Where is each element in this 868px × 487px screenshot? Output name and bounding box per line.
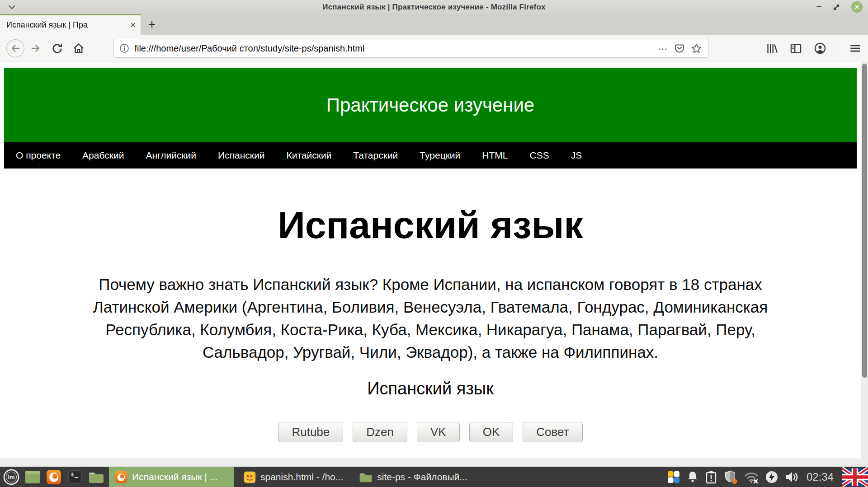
forward-button[interactable] xyxy=(28,39,44,57)
forward-icon xyxy=(30,42,42,54)
ok-button[interactable]: OK xyxy=(469,422,514,442)
nav-item-js[interactable]: JS xyxy=(571,150,582,161)
keyboard-layout-flag[interactable] xyxy=(842,467,868,487)
power-manager-icon[interactable] xyxy=(765,470,778,484)
tab-close-icon[interactable]: ✕ xyxy=(130,21,136,29)
terminal-icon: $ xyxy=(68,470,82,484)
svg-text:lm: lm xyxy=(8,474,14,481)
close-button[interactable]: ✕ xyxy=(851,1,863,13)
mint-menu-button[interactable]: lm xyxy=(3,468,20,486)
system-tray: 02:34 xyxy=(667,467,868,487)
tab-title: Испанский язык | Пра xyxy=(6,20,128,30)
page-viewport: Практическое изучение О проекте Арабский… xyxy=(0,62,868,467)
dzen-button[interactable]: Dzen xyxy=(353,422,407,442)
sovet-button[interactable]: Совет xyxy=(523,422,582,442)
paragraph-line: Сальвадор, Уругвай, Чили, Эквадор), а та… xyxy=(4,341,857,364)
toolbar-right-icons xyxy=(765,42,862,55)
taskbar-window-firefox[interactable]: Испанский язык | ... xyxy=(109,467,234,487)
reload-icon xyxy=(51,42,63,55)
firefox-launcher[interactable] xyxy=(45,468,62,486)
firefox-icon xyxy=(115,471,127,483)
tab-spanish[interactable]: Испанский язык | Пра ✕ xyxy=(0,14,141,35)
navigation-toolbar: file:///home/user/Рабочий стол/study/sit… xyxy=(0,35,868,62)
taskbar: lm $ Испанский язык | ... spanish.html -… xyxy=(0,467,868,487)
new-tab-button[interactable]: + xyxy=(141,14,163,35)
rutube-button[interactable]: Rutube xyxy=(278,422,343,442)
text-editor-icon xyxy=(244,471,256,483)
taskbar-clock[interactable]: 02:34 xyxy=(807,471,834,483)
nav-item-turkish[interactable]: Турецкий xyxy=(420,150,460,161)
page-actions-icon[interactable]: … xyxy=(658,41,669,56)
page-subheading: Испанский язык xyxy=(4,379,857,398)
wifi-offline-icon[interactable] xyxy=(744,470,759,484)
nav-item-tatar[interactable]: Татарский xyxy=(353,150,398,161)
toolbar-separator xyxy=(838,42,838,55)
clipboard-alert-icon[interactable] xyxy=(705,470,717,484)
back-icon xyxy=(9,42,21,54)
home-icon xyxy=(72,42,85,55)
url-text[interactable]: file:///home/user/Рабочий стол/study/sit… xyxy=(134,43,653,54)
svg-text:$: $ xyxy=(71,473,74,478)
page-banner: Практическое изучение xyxy=(4,68,857,142)
notifications-bell-icon[interactable] xyxy=(686,470,699,484)
mint-menu-icon: lm xyxy=(3,468,20,486)
paragraph-line: Почему важно знать Испанский язык? Кроме… xyxy=(4,273,857,296)
intro-paragraph: Почему важно знать Испанский язык? Кроме… xyxy=(4,273,857,364)
page-footer-strip xyxy=(0,459,861,467)
taskbar-window-label: Испанский язык | ... xyxy=(132,472,217,482)
minimize-button[interactable]: – xyxy=(816,6,821,9)
paragraph-line: Республика, Колумбия, Коста-Рика, Куба, … xyxy=(4,318,857,341)
info-icon[interactable] xyxy=(119,43,129,53)
web-page: Практическое изучение О проекте Арабский… xyxy=(0,62,861,467)
scrollbar-thumb[interactable] xyxy=(862,64,867,378)
taskbar-window-label: site-ps - Файловый... xyxy=(377,472,467,482)
taskbar-window-editor[interactable]: spanish.html - /ho... xyxy=(238,467,349,487)
window-titlebar: Испанский язык | Практическое изучение -… xyxy=(0,0,868,14)
firewall-shield-icon[interactable] xyxy=(723,470,738,484)
pocket-icon[interactable] xyxy=(674,42,685,54)
nav-item-chinese[interactable]: Китайский xyxy=(286,150,331,161)
page-title: Испанский язык xyxy=(4,204,857,246)
terminal-launcher[interactable]: $ xyxy=(66,468,84,486)
files-launcher[interactable] xyxy=(88,468,105,486)
files-folder-icon xyxy=(88,470,104,484)
show-desktop-button[interactable] xyxy=(24,468,41,486)
library-icon[interactable] xyxy=(765,42,778,55)
menu-hamburger-icon[interactable] xyxy=(849,42,862,55)
scrollbar-track[interactable] xyxy=(861,62,868,467)
sidebar-icon[interactable] xyxy=(789,42,802,55)
tab-bar: Испанский язык | Пра ✕ + xyxy=(0,14,868,35)
paragraph-line: Латинской Америки (Аргентина, Боливия, В… xyxy=(4,296,857,318)
maximize-button[interactable] xyxy=(832,3,840,11)
back-button[interactable] xyxy=(6,39,24,57)
nav-item-about[interactable]: О проекте xyxy=(16,150,61,161)
banner-title: Практическое изучение xyxy=(326,94,534,116)
account-icon[interactable] xyxy=(813,42,827,55)
window-title: Испанский язык | Практическое изучение -… xyxy=(0,3,868,12)
window-menu-chevron-icon[interactable] xyxy=(7,4,16,10)
nav-item-english[interactable]: Английский xyxy=(146,150,196,161)
nav-item-spanish[interactable]: Испанский xyxy=(218,150,264,161)
page-nav: О проекте Арабский Английский Испанский … xyxy=(4,142,857,169)
taskbar-window-label: spanish.html - /ho... xyxy=(260,472,343,482)
window-controls: – ✕ xyxy=(816,1,863,13)
nav-item-html[interactable]: HTML xyxy=(482,150,508,161)
show-desktop-icon xyxy=(25,470,40,484)
link-buttons-row: Rutube Dzen VK OK Совет xyxy=(4,422,857,442)
folder-icon xyxy=(359,472,373,483)
vk-button[interactable]: VK xyxy=(417,422,460,442)
url-bar[interactable]: file:///home/user/Рабочий стол/study/sit… xyxy=(113,39,708,58)
updates-grid-icon[interactable] xyxy=(667,470,680,484)
bookmark-star-icon[interactable] xyxy=(690,42,703,55)
screen: Испанский язык | Практическое изучение -… xyxy=(0,0,868,487)
home-button[interactable] xyxy=(71,39,87,57)
reload-button[interactable] xyxy=(49,39,65,57)
nav-item-css[interactable]: CSS xyxy=(529,150,549,161)
maximize-icon xyxy=(832,3,840,11)
firefox-icon xyxy=(46,469,61,485)
volume-icon[interactable] xyxy=(784,471,799,483)
nav-item-arabic[interactable]: Арабский xyxy=(82,150,124,161)
taskbar-window-filemanager[interactable]: site-ps - Файловый... xyxy=(353,467,473,487)
